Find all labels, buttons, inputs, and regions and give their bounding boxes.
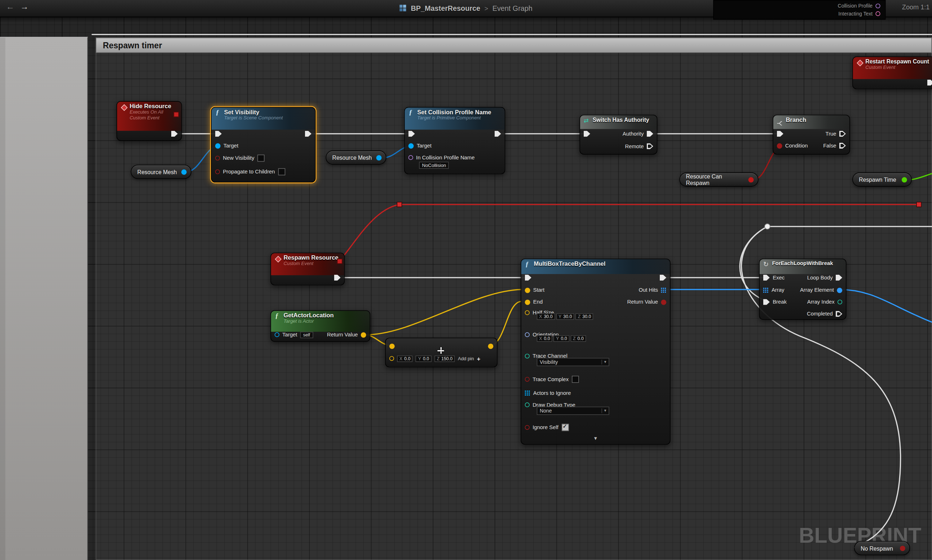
exec-out-pin[interactable]: [927, 80, 932, 85]
variable-label: Respawn Time: [859, 176, 896, 183]
ignore-self-checkbox[interactable]: [561, 424, 569, 431]
true-exec-pin[interactable]: [839, 131, 846, 137]
exec-in-pin[interactable]: [525, 275, 531, 280]
z-field[interactable]: Z150.0: [434, 355, 455, 362]
bool-pin[interactable]: [749, 177, 754, 182]
trace-channel-dropdown[interactable]: Visibility ▾: [537, 358, 609, 366]
exec-out-pin[interactable]: [305, 131, 312, 137]
bool-pin[interactable]: [215, 156, 220, 160]
add-pin-button[interactable]: +: [477, 355, 481, 362]
node-hide-resource[interactable]: Hide Resource Executes On All Custom Eve…: [117, 101, 182, 141]
exec-in-pin[interactable]: [777, 131, 783, 137]
delegate-pin[interactable]: [337, 258, 343, 264]
target-pin[interactable]: [409, 143, 414, 148]
exec-out-pin[interactable]: [495, 131, 501, 137]
y-field[interactable]: Y0.0: [416, 355, 432, 362]
node-branch[interactable]: Branch True Condition False: [773, 115, 850, 154]
target-pin[interactable]: [275, 332, 280, 337]
exec-out-pin[interactable]: [334, 275, 341, 280]
array-pin[interactable]: [763, 288, 769, 293]
node-respawn-resource[interactable]: Respawn Resource Custom Event: [271, 253, 345, 286]
name-pin[interactable]: [409, 155, 413, 160]
loop-body-exec-pin[interactable]: [836, 275, 842, 280]
object-pin[interactable]: [181, 169, 187, 174]
left-panel[interactable]: [0, 37, 88, 560]
wire-vector: [364, 289, 521, 335]
half-size-x-field[interactable]: X30.0: [537, 313, 555, 320]
pin-label: Out Hits: [638, 287, 658, 293]
exec-in-pin[interactable]: [215, 131, 222, 137]
object-pin[interactable]: [377, 155, 382, 160]
false-exec-pin[interactable]: [839, 143, 846, 149]
return-value-pin[interactable]: [661, 299, 666, 305]
out-hits-array-pin[interactable]: [661, 288, 666, 293]
variable-get-resource-mesh[interactable]: Resource Mesh: [131, 165, 191, 179]
orientation-y-field[interactable]: Y0.0: [554, 335, 570, 342]
exec-out-pin[interactable]: [171, 131, 178, 137]
float-pin[interactable]: [902, 177, 907, 182]
exec-in-pin[interactable]: [584, 131, 590, 137]
trace-complex-checkbox[interactable]: [571, 376, 579, 383]
pin-label: Break: [773, 299, 787, 305]
ignore-self-pin[interactable]: [525, 425, 530, 430]
collapse-arrow-icon[interactable]: ▼: [593, 435, 598, 441]
node-switch-has-authority[interactable]: ⇄ Switch Has Authority Authority Remote: [580, 115, 657, 154]
bool-pin[interactable]: [215, 169, 220, 174]
collision-profile-pin[interactable]: [875, 4, 880, 8]
bool-pin[interactable]: [900, 546, 905, 551]
collision-profile-input[interactable]: NoCollision: [419, 162, 449, 169]
exec-in-pin[interactable]: [763, 275, 770, 280]
x-field[interactable]: X0.0: [397, 355, 413, 362]
pin-label: New Visibility: [223, 155, 254, 161]
node-set-collision-profile-name[interactable]: ƒ Set Collision Profile Name Target is P…: [404, 107, 505, 174]
interacting-text-pin[interactable]: [875, 11, 880, 16]
actors-to-ignore-array-pin[interactable]: [525, 390, 531, 395]
back-button[interactable]: ←: [6, 2, 14, 11]
target-pin[interactable]: [215, 143, 221, 148]
orientation-z-field[interactable]: Z0.0: [571, 335, 586, 342]
propagate-checkbox[interactable]: [278, 168, 285, 175]
completed-exec-pin[interactable]: [836, 311, 842, 317]
new-visibility-checkbox[interactable]: [257, 155, 265, 162]
draw-debug-type-pin[interactable]: [525, 402, 530, 407]
authority-exec-pin[interactable]: [647, 131, 653, 137]
trace-channel-pin[interactable]: [525, 354, 530, 358]
self-input[interactable]: self: [300, 331, 313, 338]
return-value-pin[interactable]: [361, 332, 366, 337]
vector-a-pin[interactable]: [389, 343, 395, 349]
node-set-visibility[interactable]: ƒ Set Visibility Target is Scene Compone…: [211, 107, 315, 183]
variable-label: Resource Can Respawn: [686, 173, 744, 186]
node-foreach-loop-with-break[interactable]: ↻ ForEachLoopWithBreak Exec Loop Body Ar…: [759, 258, 846, 320]
break-exec-pin[interactable]: [763, 299, 770, 305]
array-element-pin[interactable]: [837, 288, 842, 293]
draw-debug-type-dropdown[interactable]: None ▾: [537, 407, 609, 415]
pin-label: Array Element: [800, 287, 834, 293]
exec-out-pin[interactable]: [660, 275, 666, 280]
start-pin[interactable]: [525, 288, 531, 293]
orientation-x-field[interactable]: X0.0: [537, 335, 553, 342]
half-size-z-field[interactable]: Z30.0: [575, 313, 594, 320]
forward-button[interactable]: →: [20, 2, 28, 11]
reroute-node: [397, 202, 401, 207]
array-index-pin[interactable]: [838, 300, 842, 305]
trace-complex-pin[interactable]: [525, 377, 530, 382]
exec-in-pin[interactable]: [409, 131, 415, 137]
orientation-pin[interactable]: [525, 332, 530, 337]
node-restart-respawn-count[interactable]: Restart Respawn Count Custom Event: [852, 57, 932, 89]
variable-get-resource-mesh-2[interactable]: Resource Mesh: [326, 150, 386, 165]
remote-exec-pin[interactable]: [647, 143, 653, 149]
variable-get-resource-can-respawn[interactable]: Resource Can Respawn: [679, 172, 758, 187]
offscreen-node[interactable]: Collision Profile Interacting Text: [713, 0, 886, 20]
variable-get-respawn-time[interactable]: Respawn Time: [852, 172, 912, 187]
delegate-pin[interactable]: [174, 112, 179, 117]
vector-result-pin[interactable]: [488, 343, 494, 349]
variable-get-no-respawn[interactable]: No Respawn: [854, 541, 910, 555]
vector-b-pin[interactable]: [389, 356, 394, 361]
condition-pin[interactable]: [777, 143, 782, 148]
graph-title[interactable]: Event Graph: [492, 4, 532, 12]
node-get-actor-location[interactable]: ƒ GetActorLocation Target is Actor Targe…: [271, 311, 370, 342]
half-size-pin[interactable]: [525, 311, 530, 315]
half-size-y-field[interactable]: Y30.0: [556, 313, 574, 320]
end-pin[interactable]: [525, 299, 531, 305]
node-multibox-trace-by-channel[interactable]: ƒ MultiBoxTraceByChannel Start Out Hits …: [521, 258, 670, 445]
